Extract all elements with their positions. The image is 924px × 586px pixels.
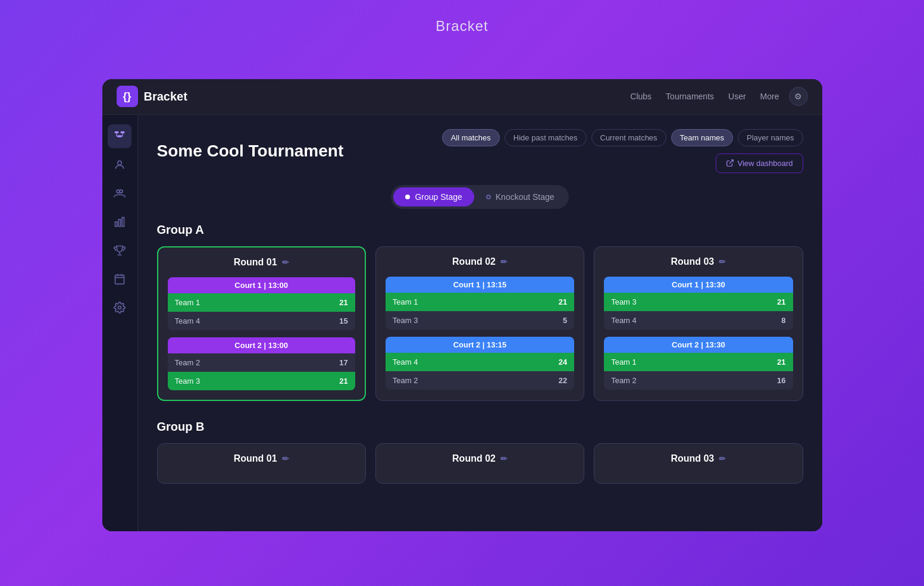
app-window: {} Bracket Clubs Tournaments User More ⚙ [102,79,822,531]
team-row[interactable]: Team 217 [168,353,355,372]
tournament-title: Some Cool Tournament [157,142,344,161]
filter-current[interactable]: Current matches [591,129,666,146]
app-name: Bracket [144,90,187,104]
filter-team-names[interactable]: Team names [671,129,733,146]
round-card-1: Round 01✏Court 1 | 13:00Team 121Team 415… [157,246,366,401]
team-row[interactable]: Team 121 [168,293,355,312]
round-header: Round 02✏ [386,256,574,267]
group-title: Group B [157,420,803,434]
team-row[interactable]: Team 121 [386,293,574,311]
svg-rect-1 [121,131,125,133]
team-score: 21 [777,297,785,306]
group-title: Group A [157,223,803,237]
view-dashboard-button[interactable]: View dashboard [716,153,803,173]
edit-round-icon[interactable]: ✏ [500,257,508,267]
team-score: 8 [781,316,785,325]
team-name: Team 1 [393,297,418,306]
filter-all-matches[interactable]: All matches [442,129,500,146]
svg-rect-14 [115,275,124,284]
settings-button[interactable]: ⚙ [789,87,808,106]
group-group-b: Group BRound 01✏Round 02✏Round 03✏ [157,420,803,484]
round-label: Round 02 [452,453,496,464]
rounds-grid: Round 01✏Round 02✏Round 03✏ [157,443,803,484]
court-header: Court 1 | 13:30 [604,277,793,293]
svg-point-18 [118,306,121,309]
sidebar-item-calendar[interactable] [108,267,131,291]
svg-rect-11 [122,217,124,226]
team-score: 15 [339,316,347,325]
sidebar-item-stats[interactable] [108,210,131,234]
team-name: Team 2 [393,376,418,385]
content-area: Some Cool Tournament All matches Hide pa… [138,115,822,531]
round-card-2: Round 02✏Court 1 | 13:15Team 121Team 35C… [375,246,584,401]
team-name: Team 3 [611,297,637,306]
team-score: 21 [339,298,347,307]
edit-round-icon[interactable]: ✏ [500,454,508,463]
team-row[interactable]: Team 35 [386,311,574,330]
brand: {} Bracket [117,86,631,107]
round-card-3: Round 03✏ [594,443,803,484]
inactive-dot [486,195,491,199]
round-header: Round 01✏ [168,257,355,268]
team-row[interactable]: Team 415 [168,312,355,330]
team-name: Team 1 [611,358,637,366]
team-name: Team 4 [393,358,418,366]
team-row[interactable]: Team 216 [604,371,793,390]
match-block-2: Court 2 | 13:00Team 217Team 321 [168,337,355,390]
round-header: Round 03✏ [604,453,793,464]
filter-hide-past[interactable]: Hide past matches [505,129,587,146]
court-header: Court 2 | 13:15 [386,337,574,353]
svg-point-6 [118,161,122,165]
navbar-links: Clubs Tournaments User More [630,92,779,101]
svg-rect-10 [118,219,120,226]
tab-group-stage[interactable]: Group Stage [393,187,474,206]
match-block-1: Court 1 | 13:30Team 321Team 48 [604,277,793,330]
edit-round-icon[interactable]: ✏ [282,454,289,463]
team-row[interactable]: Team 424 [386,353,574,371]
tab-knockout-stage[interactable]: Knockout Stage [474,187,566,206]
team-score: 21 [777,358,785,366]
match-block-1: Court 1 | 13:00Team 121Team 415 [168,277,355,330]
court-header: Court 1 | 13:00 [168,277,355,293]
team-row[interactable]: Team 222 [386,371,574,390]
filter-controls: All matches Hide past matches Current ma… [442,129,803,146]
nav-clubs[interactable]: Clubs [630,92,652,101]
team-name: Team 4 [611,316,637,325]
round-label: Round 02 [452,256,496,267]
nav-user[interactable]: User [728,92,746,101]
nav-tournaments[interactable]: Tournaments [666,92,714,101]
svg-line-19 [729,160,732,164]
round-label: Round 03 [671,453,714,464]
edit-round-icon[interactable]: ✏ [719,257,726,267]
team-score: 16 [777,376,785,385]
sidebar-item-settings[interactable] [108,296,131,319]
match-block-1: Court 1 | 13:15Team 121Team 35 [386,277,574,330]
court-header: Court 2 | 13:30 [604,337,793,353]
team-score: 5 [563,316,567,325]
match-block-2: Court 2 | 13:30Team 121Team 216 [604,337,793,390]
filter-player-names[interactable]: Player names [738,129,803,146]
team-row[interactable]: Team 321 [168,372,355,390]
navbar: {} Bracket Clubs Tournaments User More ⚙ [102,79,822,115]
sidebar-item-teams[interactable] [108,181,131,205]
team-row[interactable]: Team 121 [604,353,793,371]
round-label: Round 01 [234,453,277,464]
edit-round-icon[interactable]: ✏ [719,454,726,463]
nav-more[interactable]: More [760,92,779,101]
court-header: Court 1 | 13:15 [386,277,574,293]
edit-round-icon[interactable]: ✏ [282,258,289,267]
team-row[interactable]: Team 48 [604,311,793,330]
sidebar-item-user[interactable] [108,153,131,177]
round-card-1: Round 01✏ [157,443,366,484]
team-name: Team 3 [175,377,201,386]
group-group-a: Group ARound 01✏Court 1 | 13:00Team 121T… [157,223,803,401]
team-row[interactable]: Team 321 [604,293,793,311]
court-header: Court 2 | 13:00 [168,337,355,353]
team-name: Team 3 [393,316,418,325]
sidebar-item-trophy[interactable] [108,239,131,262]
team-score: 17 [339,358,347,367]
sidebar-item-bracket[interactable] [108,124,131,148]
team-name: Team 2 [611,376,637,385]
round-card-3: Round 03✏Court 1 | 13:30Team 321Team 48C… [594,246,803,401]
team-score: 24 [559,358,567,366]
